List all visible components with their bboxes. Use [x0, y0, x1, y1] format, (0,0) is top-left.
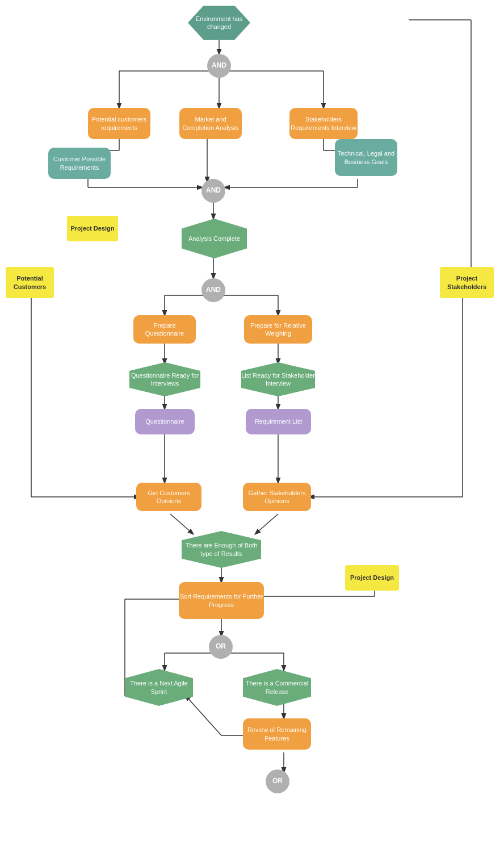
- svg-line-32: [255, 514, 278, 534]
- cust-poss-req-node: Customer Possible Requirements: [48, 148, 111, 179]
- review-remaining-node: Review of Remaining Features: [243, 718, 311, 750]
- list-ready-node: List Ready for Stakeholder Interview: [241, 362, 315, 396]
- get-customers-node: Get Customers Opinions: [136, 483, 201, 511]
- enough-results-node: There are Enough of Both type of Results: [182, 531, 261, 568]
- quest-ready-node: Questionnaire Ready for Interviews: [129, 362, 200, 396]
- market-analysis-node: Market and Completion Analysis: [179, 108, 242, 139]
- prepare-rel-node: Prepare for Relative Weighing: [244, 315, 312, 344]
- project-stakeholders-node: Project Stakeholders: [440, 267, 494, 298]
- questionnaire-node: Questionnaire: [135, 409, 195, 434]
- next-agile-node: There is a Next Agile Sprint: [125, 669, 193, 706]
- or2-node: OR: [266, 769, 289, 793]
- and3-node: AND: [201, 278, 225, 302]
- svg-line-46: [186, 696, 221, 735]
- tech-legal-node: Technical, Legal and Business Goals: [335, 139, 397, 176]
- proj-design-right-node: Project Design: [345, 565, 399, 591]
- prepare-quest-node: Prepare Questionnaire: [133, 315, 196, 344]
- proj-design-left-node: Project Design: [67, 216, 118, 241]
- pot-cust-req-node: Potential customers requirements: [88, 108, 150, 139]
- svg-line-31: [170, 514, 193, 534]
- gather-stakeholders-node: Gather Stakeholders Opinions: [243, 483, 311, 511]
- potential-customers-node: Potential Customers: [6, 267, 54, 298]
- and1-node: AND: [207, 54, 231, 78]
- stakeholders-req-node: Stakeholders Requirements Interview: [289, 108, 358, 139]
- environment-node: Environment has changed: [188, 6, 250, 40]
- or1-node: OR: [209, 635, 233, 659]
- analysis-complete-node: Analysis Complete: [182, 219, 247, 258]
- commercial-release-node: There is a Commercial Release: [243, 669, 311, 706]
- and2-node: AND: [201, 179, 225, 203]
- flowchart: Environment has changed AND Potential cu…: [0, 0, 504, 849]
- req-list-node: Requirement List: [246, 409, 311, 434]
- sort-req-node: Sort Requirements for Further Progress: [179, 582, 264, 619]
